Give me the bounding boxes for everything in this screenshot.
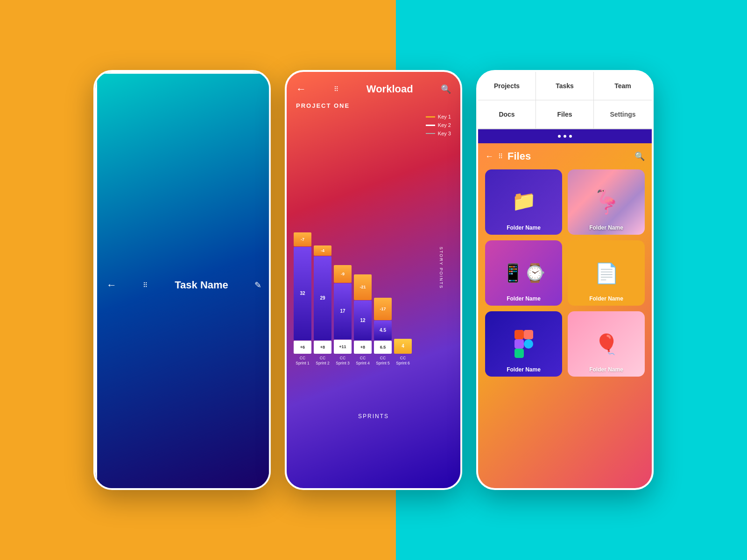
dot-3 [569, 135, 572, 138]
sprint1-top: -7 [294, 232, 311, 246]
sprint4-label: CCSprint 4 [356, 356, 369, 366]
folder-3-name: Folder Name [507, 295, 541, 302]
x-axis-label: SPRINTS [287, 413, 460, 420]
sprint2-bot: +8 [314, 341, 331, 354]
folder-6-name: Folder Name [589, 366, 623, 373]
nav-team[interactable]: Team [594, 72, 652, 100]
folder-3[interactable]: 📱⌚ Folder Name [485, 240, 562, 306]
legend-line-2 [426, 125, 435, 126]
sprint5-bot: 6.5 [374, 341, 392, 354]
files-section: ← ⠿ Files 🔍 📁 Folder Name 🦩 [478, 143, 652, 488]
dots-grid-icon-2: ⠿ [334, 85, 338, 93]
sprint-1-bars: -7 32 +6 CCSprint 1 [294, 232, 311, 366]
phone2-title: Workload [366, 83, 413, 95]
phone-files: Projects Tasks Team Docs Files Settings … [476, 70, 654, 490]
sprint3-bot: +11 [334, 340, 352, 354]
phone-workload: ← ⠿ Workload 🔍 PROJECT ONE Key 1 Key 2 [285, 70, 462, 490]
legend-line-1 [426, 116, 435, 118]
files-back-icon[interactable]: ← [485, 152, 493, 161]
folder-3-icon: 📱⌚ [502, 263, 546, 283]
folder-5[interactable]: Folder Name [485, 311, 562, 377]
sprint4-top: -21 [354, 274, 372, 300]
phone-task: ← ⠿ Task Name ✎ 12.05.20 A brief descrip… [93, 70, 271, 490]
svg-rect-2 [514, 339, 524, 349]
sprint6-mid: 4 [394, 339, 412, 354]
folder-6-icon: 🎈 [594, 333, 619, 356]
dot-1 [558, 135, 561, 138]
svg-point-4 [524, 339, 533, 349]
phone2-header: ← ⠿ Workload 🔍 [287, 72, 460, 100]
folder-5-name: Folder Name [507, 366, 541, 373]
sprint2-top: -4 [314, 245, 331, 256]
nav-docs[interactable]: Docs [478, 100, 536, 128]
sprint6-spacer [394, 292, 412, 338]
sprint6-label: CCSprint 6 [396, 356, 409, 366]
back-arrow-icon[interactable]: ← [106, 279, 117, 291]
phone1-header: ← ⠿ Task Name ✎ [95, 72, 271, 490]
files-dots-icon: ⠿ [498, 153, 503, 160]
legend-item-1: Key 1 [426, 114, 451, 119]
files-header-left: ← ⠿ Files [485, 150, 531, 162]
sprint2-mid: 29 [314, 256, 331, 340]
dot-2 [564, 135, 566, 138]
back-arrow-icon-2[interactable]: ← [296, 83, 306, 95]
folder-4-icon: 📄 [594, 262, 619, 285]
phone1-title: Task Name [175, 279, 228, 291]
nav-projects[interactable]: Projects [478, 72, 536, 100]
svg-rect-0 [514, 330, 524, 339]
legend-item-3: Key 3 [426, 131, 451, 136]
sprint5-label: CCSprint 5 [376, 356, 389, 366]
figma-icon [512, 330, 536, 358]
phones-container: ← ⠿ Task Name ✎ 12.05.20 A brief descrip… [0, 0, 747, 560]
sprint3-mid: 17 [334, 283, 352, 339]
folder-6[interactable]: 🎈 Folder Name [568, 311, 645, 377]
files-search-icon[interactable]: 🔍 [634, 151, 645, 161]
bar-chart: -7 32 +6 CCSprint 1 -4 29 +8 CCSprint 2 … [294, 114, 453, 385]
sprint-6-bars: 4 CCSprint 6 [394, 292, 412, 366]
files-title: Files [507, 150, 531, 162]
sprint5-top: -17 [374, 298, 392, 320]
dots-row [478, 129, 652, 143]
folder-4[interactable]: 📄 Folder Name [568, 240, 645, 306]
files-grid: 📁 Folder Name 🦩 Folder Name 📱⌚ Folder Na… [485, 169, 645, 377]
sprint5-mid: 4.5 [374, 321, 392, 340]
sprint4-mid: 12 [354, 301, 372, 340]
folder-4-name: Folder Name [589, 295, 623, 302]
nav-files[interactable]: Files [536, 100, 594, 128]
folder-1-icon: 📁 [512, 189, 536, 212]
folder-2[interactable]: 🦩 Folder Name [568, 169, 645, 235]
sprint-3-bars: -9 17 +11 CCSprint 3 [334, 265, 352, 366]
dots-grid-icon: ⠿ [143, 281, 148, 289]
files-header: ← ⠿ Files 🔍 [485, 150, 645, 162]
sprint1-label: CCSprint 1 [296, 356, 309, 366]
edit-icon[interactable]: ✎ [254, 280, 261, 290]
sprint-2-bars: -4 29 +8 CCSprint 2 [314, 245, 331, 366]
sprint2-label: CCSprint 2 [316, 356, 329, 366]
folder-1-name: Folder Name [507, 224, 541, 231]
svg-rect-1 [524, 330, 533, 339]
chart-legend: Key 1 Key 2 Key 3 [426, 114, 451, 136]
svg-rect-3 [514, 349, 524, 358]
folder-2-name: Folder Name [568, 224, 645, 231]
sprint-5-bars: -17 4.5 6.5 CCSprint 5 [374, 298, 392, 366]
sprint3-label: CCSprint 3 [336, 356, 349, 366]
bottom-nav: Docs Files Settings [478, 100, 652, 129]
folder-2-icon: 🦩 [592, 189, 621, 216]
sprint3-top: -9 [334, 265, 352, 283]
legend-item-2: Key 2 [426, 122, 451, 128]
project-label: PROJECT ONE [287, 100, 460, 114]
top-nav: Projects Tasks Team [478, 72, 652, 100]
chart-area: Key 1 Key 2 Key 3 STORY POINTS -7 32 [287, 114, 460, 422]
legend-line-3 [426, 133, 435, 134]
y-axis-label: STORY POINTS [439, 247, 444, 289]
sprint4-bot: +8 [354, 341, 372, 354]
nav-settings[interactable]: Settings [594, 100, 652, 128]
sprint1-bot: +6 [294, 341, 311, 354]
folder-1[interactable]: 📁 Folder Name [485, 169, 562, 235]
search-icon-2[interactable]: 🔍 [441, 84, 451, 94]
sprint-4-bars: -21 12 +8 CCSprint 4 [354, 274, 372, 366]
sprint1-mid: 32 [294, 247, 311, 340]
nav-tasks[interactable]: Tasks [536, 72, 594, 100]
